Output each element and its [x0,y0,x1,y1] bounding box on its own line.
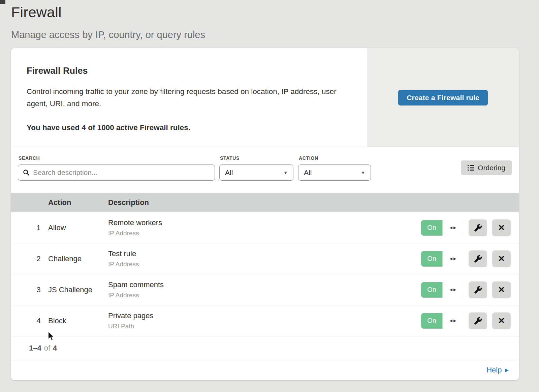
delete-rule-button[interactable]: ✕ [492,312,511,329]
pagination-total: 4 [53,344,57,353]
help-link-label: Help [486,366,502,374]
rule-priority: 4 [11,316,48,325]
rule-match-type: IP Address [108,261,421,268]
intro-text: Firewall Rules Control incoming traffic … [11,48,367,147]
toggle-knob[interactable]: ◀▶ [442,282,463,298]
rule-controls: On ◀▶ ✕ [421,250,519,267]
toggle-knob[interactable]: ◀▶ [442,251,463,267]
page-subtitle: Manage access by IP, country, or query r… [11,29,539,40]
rule-controls: On ◀▶ ✕ [421,281,519,298]
rule-toggle[interactable]: On ◀▶ [421,282,463,298]
column-header-action: Action [48,198,108,207]
intro-aside: Create a Firewall rule [367,48,519,147]
create-firewall-rule-button[interactable]: Create a Firewall rule [398,90,488,105]
wrench-icon [474,317,482,325]
rule-priority: 3 [11,285,48,294]
search-input[interactable] [33,169,210,177]
status-label: STATUS [220,155,293,161]
ordering-button[interactable]: Ordering [461,160,512,175]
arrow-right-icon: ▶ [453,288,456,292]
close-icon: ✕ [498,254,505,263]
rule-toggle[interactable]: On ◀▶ [421,313,463,329]
toggle-on-label: On [421,282,442,298]
table-header: # Action Description [11,193,519,212]
toggle-knob[interactable]: ◀▶ [442,220,463,236]
toggle-on-label: On [421,220,442,236]
rule-action: Allow [48,223,108,232]
arrow-left-icon: ◀ [450,257,452,261]
wrench-icon [474,286,482,294]
search-label: SEARCH [19,155,215,161]
status-select[interactable]: All ▼ [219,164,293,181]
rule-action: JS Challenge [48,285,108,294]
rule-match-type: IP Address [108,292,421,299]
rule-match-type: URI Path [108,323,421,330]
search-box[interactable] [18,164,215,181]
rule-priority: 2 [11,254,48,263]
wrench-icon [474,255,482,263]
usage-count: You have used 4 of 1000 active Firewall … [27,123,354,132]
close-icon: ✕ [498,285,505,294]
arrow-right-icon: ▶ [453,225,456,230]
toggle-on-label: On [421,313,442,329]
table-row: 3 JS Challenge Spam comments IP Address … [11,274,519,305]
wrench-icon [474,224,482,232]
table-row: 1 Allow Remote workers IP Address On ◀▶ … [11,212,519,243]
delete-rule-button[interactable]: ✕ [492,281,511,298]
rule-controls: On ◀▶ ✕ [421,312,519,329]
ordering-button-label: Ordering [478,164,505,172]
rule-action: Challenge [48,254,108,263]
arrow-right-icon: ▶ [453,319,456,323]
help-link[interactable]: Help ▶ [486,366,509,374]
chevron-down-icon: ▼ [361,170,365,175]
arrow-left-icon: ◀ [450,225,452,230]
action-label: ACTION [299,155,371,161]
page-header: Firewall Manage access by IP, country, o… [0,0,539,40]
intro-heading: Firewall Rules [27,66,354,76]
rule-priority: 1 [11,223,48,232]
toggle-on-label: On [421,251,442,267]
action-select-value: All [304,169,312,177]
close-icon: ✕ [498,223,505,232]
pagination-of: of [44,344,50,353]
pagination-range: 1–4 [29,344,41,353]
filters-bar: SEARCH STATUS All ▼ ACTION All ▼ [11,147,519,193]
edit-rule-button[interactable] [469,281,487,298]
arrow-right-icon: ▶ [505,367,509,373]
search-icon [23,169,30,176]
page-title: Firewall [11,4,539,21]
intro-section: Firewall Rules Control incoming traffic … [11,48,519,147]
table-row: 2 Challenge Test rule IP Address On ◀▶ ✕ [11,243,519,274]
firewall-rules-card: Firewall Rules Control incoming traffic … [11,48,519,380]
arrow-left-icon: ◀ [450,319,452,323]
column-header-description: Description [108,198,519,207]
edit-rule-button[interactable] [469,219,487,236]
pagination: 1–4 of 4 [11,336,519,360]
rule-match-type: IP Address [108,230,421,237]
table-row: 4 Block Private pages URI Path On ◀▶ ✕ [11,305,519,336]
rule-description: Spam comments [108,280,421,289]
delete-rule-button[interactable]: ✕ [492,250,511,267]
ordered-list-icon [468,165,474,171]
intro-body: Control incoming traffic to your zone by… [27,86,350,110]
arrow-left-icon: ◀ [450,288,452,292]
edit-rule-button[interactable] [469,312,487,329]
window-corner-notch [0,0,5,4]
action-select[interactable]: All ▼ [298,164,371,181]
arrow-right-icon: ▶ [453,257,456,261]
toggle-knob[interactable]: ◀▶ [442,313,463,329]
edit-rule-button[interactable] [469,250,487,267]
rule-controls: On ◀▶ ✕ [421,219,519,236]
rule-toggle[interactable]: On ◀▶ [421,251,463,267]
close-icon: ✕ [498,316,505,325]
rule-description: Private pages [108,311,421,320]
rule-description: Remote workers [108,218,421,227]
rule-description: Test rule [108,249,421,258]
delete-rule-button[interactable]: ✕ [492,219,511,236]
chevron-down-icon: ▼ [283,170,288,175]
rule-toggle[interactable]: On ◀▶ [421,220,463,236]
status-select-value: All [225,169,233,177]
help-bar: Help ▶ [11,360,519,380]
rule-action: Block [48,316,108,325]
